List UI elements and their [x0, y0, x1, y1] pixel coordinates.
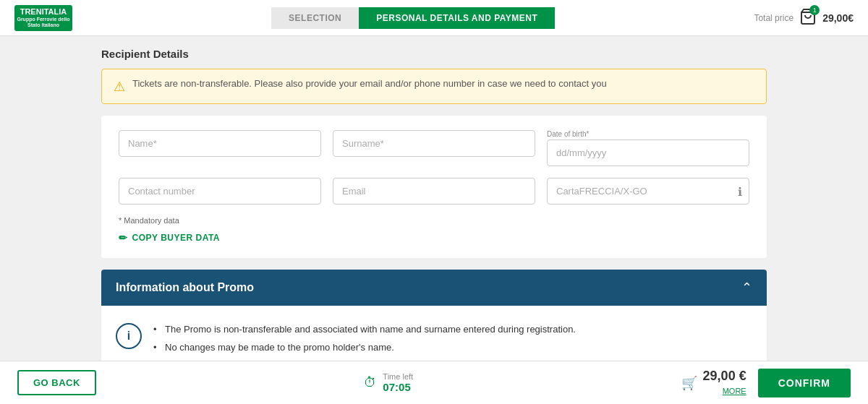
dob-label: Date of birth* [547, 130, 749, 138]
name-input[interactable] [119, 130, 321, 157]
logo: TRENITALIA Gruppo Ferrovie dello Stato I… [14, 5, 72, 31]
email-field-group [333, 178, 535, 205]
timer-value: 07:05 [383, 381, 413, 393]
more-link[interactable]: MORE [723, 387, 746, 395]
promo-header[interactable]: Information about Promo ⌃ [101, 270, 767, 306]
section-title: Recipient Details [101, 48, 767, 60]
warning-box: ⚠ Tickets are non-transferable. Please a… [101, 69, 767, 104]
copy-buyer-label: COPY BUYER DATA [132, 233, 221, 243]
dob-input[interactable] [547, 139, 749, 166]
collapse-icon: ⌃ [741, 280, 752, 296]
list-item: No changes may be made to the promo hold… [153, 338, 752, 356]
email-input[interactable] [333, 178, 535, 205]
freccia-input[interactable] [547, 178, 749, 205]
step-personal-details[interactable]: PERSONAL DETAILS AND PAYMENT [359, 7, 555, 29]
timer-block: Time left 07:05 [383, 372, 413, 393]
copy-buyer-button[interactable]: ✏ COPY BUYER DATA [119, 232, 220, 244]
freccia-field-group: ℹ [547, 178, 749, 205]
header: TRENITALIA Gruppo Ferrovie dello Stato I… [0, 0, 868, 36]
form-row-contact: ℹ [119, 178, 749, 205]
steps-nav: SELECTION PERSONAL DETAILS AND PAYMENT [271, 7, 555, 29]
cart-area: Total price 1 29,00€ [754, 8, 854, 28]
promo-info-icon: i [116, 323, 142, 349]
logo-text: TRENITALIA Gruppo Ferrovie dello Stato I… [14, 7, 72, 29]
total-price-label: Total price [754, 13, 793, 23]
warning-text: Tickets are non-transferable. Please als… [132, 78, 607, 89]
dob-field-group: Date of birth* [547, 130, 749, 166]
price-confirm-area: 🛒 29,00 € MORE CONFIRM [681, 369, 851, 397]
price-area: 🛒 29,00 € MORE [681, 369, 746, 397]
contact-field-group [119, 178, 321, 205]
timer-icon: ⏱ [364, 375, 377, 390]
timer-area: ⏱ Time left 07:05 [364, 372, 413, 393]
surname-field-group [333, 130, 535, 166]
logo-area: TRENITALIA Gruppo Ferrovie dello Stato I… [14, 5, 72, 31]
name-field-group [119, 130, 321, 166]
list-item: The Promo is non-transferable and associ… [153, 320, 752, 338]
cart-small-icon: 🛒 [681, 375, 697, 391]
go-back-button[interactable]: GO BACK [17, 370, 96, 395]
cart-badge: 1 [809, 5, 820, 15]
surname-input[interactable] [333, 130, 535, 157]
confirm-button[interactable]: CONFIRM [758, 369, 851, 397]
form-row-name: Date of birth* [119, 130, 749, 166]
timer-label: Time left [383, 372, 413, 381]
total-price: 29,00€ [822, 12, 854, 24]
bottom-bar: GO BACK ⏱ Time left 07:05 🛒 29,00 € MORE… [0, 361, 868, 404]
step-selection[interactable]: SELECTION [271, 7, 359, 29]
price-block: 29,00 € MORE [703, 369, 746, 397]
info-icon[interactable]: ℹ [738, 184, 742, 198]
promo-section-title: Information about Promo [116, 281, 254, 294]
warning-icon: ⚠ [114, 79, 125, 95]
main-content: Recipient Details ⚠ Tickets are non-tran… [87, 36, 781, 404]
mandatory-note: * Mandatory data [119, 216, 749, 225]
price-amount: 29,00 € [703, 369, 746, 384]
form-card: Date of birth* ℹ * Mandatory data ✏ COPY… [101, 116, 767, 258]
pencil-icon: ✏ [119, 232, 128, 244]
cart-icon-button[interactable]: 1 [799, 8, 817, 28]
contact-input[interactable] [119, 178, 321, 205]
